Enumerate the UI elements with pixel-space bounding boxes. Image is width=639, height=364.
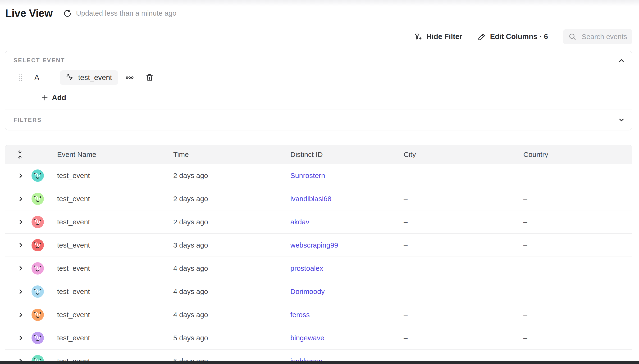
cell-city: –: [404, 288, 523, 296]
selected-event-name: test_event: [78, 73, 112, 82]
plus-icon: [41, 94, 49, 102]
chevron-up-icon: [618, 57, 625, 64]
chevron-right-icon: [17, 195, 25, 202]
table-row: test_event 3 days ago webscraping99 – –: [5, 234, 632, 257]
events-table: Event Name Time Distinct ID City Country…: [5, 145, 632, 364]
drag-handle[interactable]: [18, 73, 24, 82]
edit-columns-label: Edit Columns · 6: [490, 32, 548, 41]
avatar: [32, 262, 44, 274]
select-event-label: SELECT EVENT: [14, 57, 623, 64]
ellipsis-icon: [125, 73, 134, 82]
table-row: test_event 2 days ago Sunrostern – –: [5, 164, 632, 187]
cell-country: –: [523, 218, 632, 226]
expand-row-button[interactable]: [17, 218, 31, 226]
cell-time: 4 days ago: [173, 311, 290, 319]
chevron-down-icon: [618, 116, 625, 124]
updated-status: Updated less than a minute ago: [76, 9, 176, 17]
column-header-distinct-id: Distinct ID: [290, 150, 404, 158]
column-header-city: City: [404, 150, 523, 158]
cell-distinct-id-link[interactable]: webscraping99: [290, 241, 404, 249]
cell-distinct-id-link[interactable]: Dorimoody: [290, 288, 404, 296]
bottom-bar: [0, 361, 639, 364]
table-row: test_event 4 days ago Dorimoody – –: [5, 280, 632, 303]
cell-city: –: [404, 241, 523, 249]
cell-distinct-id-link[interactable]: prostoalex: [290, 264, 404, 272]
chevron-right-icon: [17, 288, 25, 295]
avatar: [32, 193, 44, 205]
cell-event-name: test_event: [57, 218, 173, 226]
cell-country: –: [523, 311, 632, 319]
table-row: test_event 2 days ago akdav – –: [5, 210, 632, 234]
cell-country: –: [523, 334, 632, 342]
cell-city: –: [404, 334, 523, 342]
chevron-right-icon: [17, 218, 25, 226]
query-builder-card: SELECT EVENT A: [5, 51, 632, 130]
table-row: test_event 5 days ago bingewave – –: [5, 326, 632, 350]
avatar: [32, 308, 44, 321]
cell-time: 4 days ago: [173, 264, 290, 272]
pencil-icon: [477, 32, 486, 41]
chevron-right-icon: [17, 311, 25, 318]
chevron-right-icon: [17, 265, 25, 272]
add-label: Add: [52, 94, 66, 102]
event-selector-button[interactable]: test_event: [60, 70, 118, 85]
hide-filter-label: Hide Filter: [427, 32, 463, 41]
cell-time: 2 days ago: [173, 195, 290, 203]
refresh-icon: [63, 9, 72, 18]
collapse-all-rows-button[interactable]: [17, 150, 31, 160]
cell-time: 2 days ago: [173, 172, 290, 180]
expand-row-button[interactable]: [17, 311, 31, 318]
chevron-right-icon: [17, 334, 25, 342]
chevron-right-icon: [17, 242, 25, 249]
cell-country: –: [523, 195, 632, 203]
select-event-section: SELECT EVENT A: [5, 51, 632, 110]
expand-row-button[interactable]: [17, 265, 31, 272]
chevron-right-icon: [17, 172, 25, 179]
collapse-select-event-button[interactable]: [618, 57, 625, 64]
column-header-event-name: Event Name: [57, 150, 173, 158]
cell-distinct-id-link[interactable]: bingewave: [290, 334, 404, 342]
trash-icon: [145, 73, 154, 82]
table-row: test_event 2 days ago ivandiblasi68 – –: [5, 187, 632, 210]
cell-time: 4 days ago: [173, 288, 290, 296]
filter-plus-icon: [414, 32, 422, 41]
expand-row-button[interactable]: [17, 288, 31, 295]
toolbar: Hide Filter Edit Columns · 6: [5, 29, 632, 44]
cell-event-name: test_event: [57, 241, 173, 249]
cell-country: –: [523, 264, 632, 272]
search-icon: [568, 33, 576, 41]
event-options-button[interactable]: [125, 73, 134, 82]
search-box[interactable]: [563, 29, 632, 44]
event-query-row: A test_event: [14, 70, 623, 85]
delete-event-button[interactable]: [145, 73, 154, 82]
series-letter: A: [34, 73, 39, 82]
expand-row-button[interactable]: [17, 334, 31, 342]
cell-city: –: [404, 195, 523, 203]
cell-distinct-id-link[interactable]: feross: [290, 311, 404, 319]
expand-row-button[interactable]: [17, 195, 31, 202]
refresh-button[interactable]: [63, 9, 72, 18]
top-page-fade: [0, 0, 639, 6]
cell-event-name: test_event: [57, 288, 173, 296]
cell-country: –: [523, 288, 632, 296]
cell-event-name: test_event: [57, 334, 173, 342]
avatar: [32, 332, 44, 344]
cell-event-name: test_event: [57, 172, 173, 180]
cell-time: 5 days ago: [173, 334, 290, 342]
hide-filter-button[interactable]: Hide Filter: [414, 32, 463, 41]
cell-time: 3 days ago: [173, 241, 290, 249]
drag-handle-icon: [18, 73, 24, 82]
add-event-button[interactable]: Add: [41, 94, 66, 102]
cell-event-name: test_event: [57, 311, 173, 319]
expand-row-button[interactable]: [17, 242, 31, 249]
edit-columns-button[interactable]: Edit Columns · 6: [477, 32, 548, 41]
avatar: [32, 239, 44, 251]
search-input[interactable]: [581, 32, 627, 41]
avatar: [32, 286, 44, 298]
page-title: Live View: [5, 7, 53, 20]
cell-distinct-id-link[interactable]: Sunrostern: [290, 172, 404, 180]
cell-distinct-id-link[interactable]: akdav: [290, 218, 404, 226]
filters-section-toggle[interactable]: FILTERS: [5, 110, 632, 130]
cell-distinct-id-link[interactable]: ivandiblasi68: [290, 195, 404, 203]
expand-row-button[interactable]: [17, 172, 31, 179]
